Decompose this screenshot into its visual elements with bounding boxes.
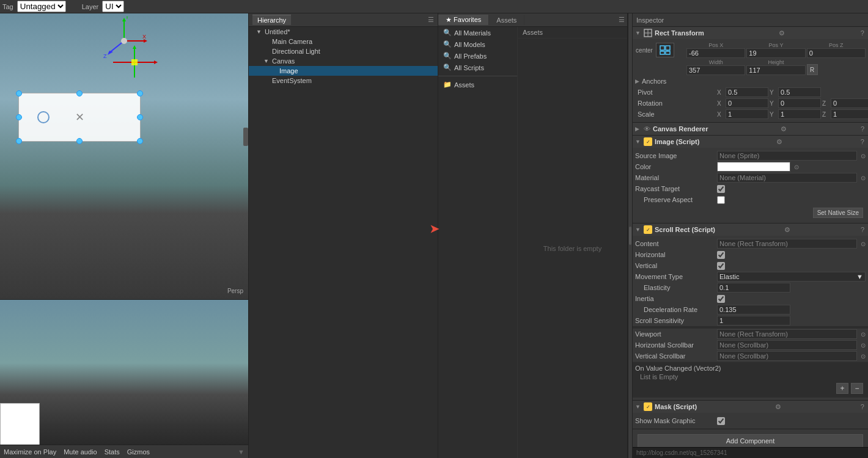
h-scrollbar-circle[interactable]: ⊙ <box>861 342 866 349</box>
content-value[interactable]: None (Rect Transform) <box>717 239 857 249</box>
scene-resize-handle[interactable] <box>243 128 248 146</box>
rect-transform-settings[interactable]: ⚙ <box>778 29 786 37</box>
scroll-rect-settings[interactable]: ⚙ <box>783 226 792 234</box>
add-item-button[interactable]: + <box>836 383 848 394</box>
pivot-y-input[interactable] <box>778 87 821 97</box>
gizmos-button[interactable]: Gizmos <box>127 448 150 456</box>
decel-rate-input[interactable] <box>717 305 790 314</box>
canvas-renderer-settings[interactable]: ⚙ <box>779 125 788 133</box>
resize-handle[interactable]: ➤ <box>628 13 633 458</box>
handle-bottom[interactable] <box>76 138 83 144</box>
rect-transform-help[interactable]: ? <box>859 29 866 37</box>
v-scrollbar-value[interactable]: None (Scrollbar) <box>717 351 857 361</box>
set-native-size-button[interactable]: Set Native Size <box>813 208 863 218</box>
pos-x-input[interactable] <box>686 48 745 58</box>
mask-script-help[interactable]: ? <box>859 403 866 410</box>
layer-select[interactable]: UI <box>102 1 124 12</box>
handle-bottom-left[interactable] <box>16 138 22 144</box>
tab-assets[interactable]: Assets <box>489 15 524 25</box>
tag-select[interactable]: Untagged <box>17 1 66 12</box>
scale-y-input[interactable] <box>778 109 821 119</box>
source-image-value[interactable]: None (Sprite) <box>717 151 857 161</box>
hierarchy-item-canvas[interactable]: ▼ Canvas <box>249 56 438 66</box>
project-menu-icon[interactable]: ☰ <box>616 16 627 24</box>
hierarchy-item-dirlight[interactable]: Directional Light <box>249 46 438 56</box>
height-input[interactable] <box>746 65 805 75</box>
hierarchy-tab-bar: Hierarchy ☰ <box>249 13 438 27</box>
material-value[interactable]: None (Material) <box>717 173 857 183</box>
nav-all-scripts[interactable]: 🔍 All Scripts <box>438 62 517 73</box>
movement-type-dropdown[interactable]: Elastic ▼ <box>717 272 866 282</box>
scene-view-top[interactable]: Y X Z <box>0 13 248 299</box>
mask-script-header[interactable]: ▼ ✓ Mask (Script) ⚙ ? <box>633 401 868 413</box>
rot-z-input[interactable] <box>831 98 868 108</box>
add-component-button[interactable]: Add Component <box>638 434 863 447</box>
rot-x-input[interactable] <box>726 98 768 108</box>
canvas-renderer-header[interactable]: ▶ 👁 Canvas Renderer ⚙ ? <box>633 123 868 135</box>
mask-script-settings[interactable]: ⚙ <box>774 403 782 411</box>
content-circle[interactable]: ⊙ <box>861 241 866 247</box>
nav-all-prefabs[interactable]: 🔍 All Prefabs <box>438 50 517 62</box>
nav-all-models[interactable]: 🔍 All Models <box>438 38 517 50</box>
v-scrollbar-circle[interactable]: ⊙ <box>861 353 866 360</box>
hierarchy-item-maincamera[interactable]: Main Camera <box>249 37 438 46</box>
image-script-settings[interactable]: ⚙ <box>775 138 784 146</box>
hierarchy-item-image[interactable]: Image <box>249 66 438 76</box>
hierarchy-item-untitled[interactable]: ▼ Untitled* <box>249 27 438 37</box>
scale-z-input[interactable] <box>831 109 868 119</box>
color-circle[interactable]: ⊙ <box>794 164 799 170</box>
rect-transform-header[interactable]: ▼ Rect Transform ⚙ ? <box>633 27 868 39</box>
source-image-circle[interactable]: ⊙ <box>861 153 866 159</box>
scale-x-input[interactable] <box>726 109 768 119</box>
handle-top-left[interactable] <box>16 90 22 96</box>
vertical-checkbox[interactable] <box>717 262 725 270</box>
scroll-rect-header[interactable]: ▼ ✓ Scroll Rect (Script) ⚙ ? <box>633 224 868 236</box>
tab-favorites[interactable]: ★ Favorites <box>438 15 489 25</box>
anchors-row[interactable]: ▶ Anchors <box>633 76 868 87</box>
h-scrollbar-value[interactable]: None (Scrollbar) <box>717 340 857 350</box>
mute-audio-button[interactable]: Mute audio <box>64 448 97 456</box>
material-circle[interactable]: ⊙ <box>861 175 866 181</box>
image-script-help[interactable]: ? <box>859 138 866 145</box>
scale-y-label: Y <box>770 111 777 118</box>
hierarchy-menu-icon[interactable]: ☰ <box>428 16 434 24</box>
width-input[interactable] <box>686 65 745 75</box>
elasticity-input[interactable] <box>717 283 790 293</box>
svg-point-9 <box>121 38 127 44</box>
stats-button[interactable]: Stats <box>105 448 120 456</box>
inspector-tab[interactable]: Inspector <box>636 16 664 24</box>
inertia-checkbox[interactable] <box>717 295 725 303</box>
maximize-play-button[interactable]: Maximize on Play <box>4 448 56 456</box>
viewport-value[interactable]: None (Rect Transform) <box>717 329 857 339</box>
nav-assets-folder[interactable]: 📁 Assets <box>438 79 517 90</box>
scene-image-object[interactable]: ✕ <box>18 93 141 142</box>
color-swatch[interactable] <box>717 162 790 172</box>
raycast-checkbox[interactable] <box>717 185 725 193</box>
pivot-x-input[interactable] <box>726 87 768 97</box>
handle-bottom-right[interactable] <box>137 138 143 144</box>
canvas-renderer-help[interactable]: ? <box>859 125 866 133</box>
anchor-button[interactable] <box>656 43 674 57</box>
scroll-rect-help[interactable]: ? <box>859 226 866 233</box>
svg-rect-14 <box>131 59 138 65</box>
pos-y-input[interactable] <box>746 48 805 58</box>
remove-item-button[interactable]: − <box>851 383 863 394</box>
handle-top[interactable] <box>76 90 83 96</box>
viewport-circle[interactable]: ⊙ <box>861 331 866 338</box>
search-icon: 🔍 <box>443 40 452 48</box>
preserve-checkbox[interactable] <box>717 196 725 204</box>
handle-right[interactable] <box>137 114 143 120</box>
rot-y-input[interactable] <box>778 98 821 108</box>
r-button[interactable]: R <box>807 64 818 75</box>
handle-top-right[interactable] <box>137 90 143 96</box>
image-script-header[interactable]: ▼ ✓ Image (Script) ⚙ ? <box>633 136 868 148</box>
nav-all-materials[interactable]: 🔍 All Materials <box>438 27 517 38</box>
show-mask-checkbox[interactable] <box>717 417 725 425</box>
hierarchy-tab[interactable]: Hierarchy <box>252 15 291 25</box>
pos-z-input[interactable] <box>807 48 866 58</box>
handle-left[interactable] <box>16 114 22 120</box>
inspector-content[interactable]: ▼ Rect Transform ⚙ ? center <box>633 27 868 447</box>
hierarchy-item-eventsystem[interactable]: EventSystem <box>249 76 438 85</box>
horizontal-checkbox[interactable] <box>717 251 725 259</box>
scroll-sens-input[interactable] <box>717 316 790 325</box>
